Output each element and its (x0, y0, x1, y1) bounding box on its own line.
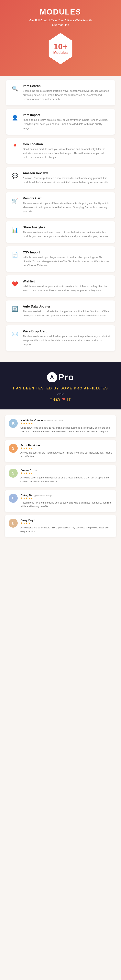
badge-number: 10+ (53, 43, 68, 51)
hero-subtitle: Get Full Control Over Your Affiliate Web… (29, 18, 92, 27)
hero-title: MODULES (4, 8, 117, 16)
module-content-auto-data-updater: Auto Data Updater This module help to re… (23, 305, 110, 318)
review-content-1: Scott Hamilton ★★★★★ APro is the best Af… (21, 444, 112, 458)
modules-section: 🔍 Item Search Search the products using … (0, 76, 121, 363)
module-icon-item-search: 🔍 (11, 84, 19, 93)
module-icon-wishlist: ❤️ (11, 280, 19, 288)
review-card-0: K Kashimba Omalo @absolutetech.com ★★★★★… (5, 415, 116, 437)
module-title-wishlist: Wishlist (23, 280, 110, 283)
module-desc-remote-cart: This module enrich your affiliate site w… (23, 201, 110, 213)
module-title-price-drop-alert: Price Drop Alert (23, 330, 110, 333)
module-content-geo-location: Geo Location Geo Location module track y… (23, 143, 110, 159)
stars-4: ★★★★ (21, 522, 112, 525)
stars-3: ★★★★★ (21, 497, 112, 500)
review-text-1: APro is the best Affiliate Plugin for Am… (21, 451, 112, 458)
apro-name: Pro (58, 372, 74, 382)
review-content-2: Susan Dixon ★★★★★ APro has been a game c… (21, 469, 112, 483)
module-content-csv-import: CSV Import With this module import large… (23, 251, 110, 267)
review-content-4: Barry Boyd ★★★★ APro helped me to distri… (21, 519, 112, 533)
apro-letter: A (50, 374, 54, 380)
module-title-amazon-reviews: Amazon Reviews (23, 172, 110, 175)
reviewer-name-0: Kashimba Omalo @absolutetech.com (21, 419, 112, 422)
module-content-item-import: Item Import Import items directly, on su… (23, 113, 110, 130)
module-desc-wishlist: Wishlist module allow your visitors to c… (23, 285, 110, 293)
apro-section: A Pro HAS BEEN TESTED BY SOME PRO AFFILI… (0, 363, 121, 409)
heart-icon: ❤ (62, 397, 66, 401)
module-title-auto-data-updater: Auto Data Updater (23, 305, 110, 308)
review-text-2: APro has been a game changer for us as t… (21, 476, 112, 483)
module-icon-item-import: 👤 (11, 113, 19, 122)
apro-logo-icon: A (47, 372, 57, 382)
reviewer-name-3: Dhiraj Dai @socialsystems.pl (21, 494, 112, 497)
apro-logo: A Pro (6, 372, 115, 382)
reviewer-name-1: Scott Hamilton (21, 444, 112, 447)
badge-text: Modules (53, 51, 68, 55)
avatar-4: B (9, 519, 18, 528)
module-icon-price-drop-alert: ✉️ (11, 330, 19, 338)
review-text-0: Consider APro to be useful to my online … (21, 426, 112, 434)
module-content-item-search: Item Search Search the products using mu… (23, 84, 110, 101)
modules-badge: 10+ Modules (47, 33, 74, 64)
module-icon-auto-data-updater: 🔄 (11, 305, 19, 313)
module-title-store-analytics: Store Analytics (23, 226, 110, 229)
module-icon-amazon-reviews: 💬 (11, 172, 19, 180)
module-card-auto-data-updater: 🔄 Auto Data Updater This module help to … (6, 301, 115, 322)
module-title-remote-cart: Remote Cart (23, 197, 110, 200)
apro-and-text: AND (6, 392, 115, 395)
review-card-3: D Dhiraj Dai @socialsystems.pl ★★★★★ I r… (5, 490, 116, 512)
module-desc-auto-data-updater: This module help to refresh the changeab… (23, 310, 110, 318)
review-card-4: B Barry Boyd ★★★★ APro helped me to dist… (5, 515, 116, 537)
reviewer-name-2: Susan Dixon (21, 469, 112, 472)
stars-0: ★★★★★ (21, 422, 112, 425)
module-card-store-analytics: 📊 Store Analytics This module track and … (6, 221, 115, 243)
module-card-amazon-reviews: 💬 Amazon Reviews Amazon Reviews publishe… (6, 167, 115, 189)
review-card-1: S Scott Hamilton ★★★★★ APro is the best … (5, 440, 116, 462)
module-content-wishlist: Wishlist Wishlist module allow your visi… (23, 280, 110, 293)
module-content-amazon-reviews: Amazon Reviews Amazon Reviews published … (23, 172, 110, 185)
module-card-csv-import: 📄 CSV Import With this module import lar… (6, 247, 115, 272)
avatar-1: S (9, 444, 18, 453)
review-content-0: Kashimba Omalo @absolutetech.com ★★★★★ C… (21, 419, 112, 434)
review-content-3: Dhiraj Dai @socialsystems.pl ★★★★★ I rec… (21, 494, 112, 508)
module-icon-csv-import: 📄 (11, 251, 19, 259)
module-desc-csv-import: With this module import large number of … (23, 255, 110, 267)
module-content-remote-cart: Remote Cart This module enrich your affi… (23, 197, 110, 213)
badge-container: 10+ Modules (4, 33, 117, 64)
module-content-price-drop-alert: Price Drop Alert This Module is super us… (23, 330, 110, 347)
module-desc-amazon-reviews: Amazon Reviews published a real reviews … (23, 176, 110, 185)
module-card-geo-location: 📍 Geo Location Geo Location module track… (6, 138, 115, 164)
avatar-0: K (9, 419, 18, 428)
module-title-csv-import: CSV Import (23, 251, 110, 254)
module-desc-item-search: Search the products using multiple ways,… (23, 89, 110, 101)
module-icon-remote-cart: 🛒 (11, 197, 19, 205)
avatar-2: S (9, 469, 18, 478)
module-card-remote-cart: 🛒 Remote Cart This module enrich your af… (6, 192, 115, 218)
stars-2: ★★★★★ (21, 472, 112, 475)
module-card-item-search: 🔍 Item Search Search the products using … (6, 80, 115, 105)
module-content-store-analytics: Store Analytics This module track and ke… (23, 226, 110, 239)
module-icon-store-analytics: 📊 (11, 226, 19, 234)
module-desc-store-analytics: This module track and keep record of use… (23, 230, 110, 239)
module-desc-item-import: Import items directly, on suite-pilot, o… (23, 118, 110, 130)
apro-tested-text: HAS BEEN TESTED BY SOME PRO AFFILIATES (6, 386, 115, 390)
review-text-3: I recommend APro to be a doing best to e… (21, 501, 112, 508)
review-card-2: S Susan Dixon ★★★★★ APro has been a game… (5, 465, 116, 487)
reviews-section: K Kashimba Omalo @absolutetech.com ★★★★★… (0, 409, 121, 548)
module-card-item-import: 👤 Item Import Import items directly, on … (6, 109, 115, 134)
module-desc-price-drop-alert: This Module is super useful, when your u… (23, 334, 110, 347)
module-title-geo-location: Geo Location (23, 143, 110, 146)
module-icon-geo-location: 📍 (11, 143, 19, 151)
module-title-item-import: Item Import (23, 113, 110, 117)
reviewer-name-4: Barry Boyd (21, 519, 112, 522)
review-text-4: APro helped me to distribute AERO proces… (21, 526, 112, 533)
hero-section: MODULES Get Full Control Over Your Affil… (0, 0, 121, 76)
module-desc-geo-location: Geo Location module track you visitor lo… (23, 147, 110, 159)
module-card-wishlist: ❤️ Wishlist Wishlist module allow your v… (6, 275, 115, 297)
stars-1: ★★★★★ (21, 447, 112, 450)
avatar-3: D (9, 494, 18, 503)
module-card-price-drop-alert: ✉️ Price Drop Alert This Module is super… (6, 325, 115, 351)
apro-they-text: THEY ❤ IT (6, 397, 115, 402)
module-title-item-search: Item Search (23, 84, 110, 88)
